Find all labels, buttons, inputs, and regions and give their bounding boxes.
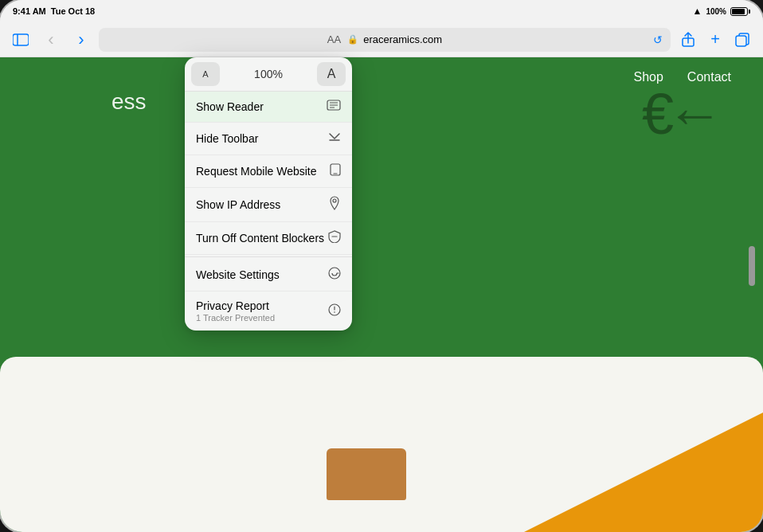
mobile-website-icon bbox=[330, 163, 341, 179]
font-size-row: A 100% A bbox=[185, 57, 352, 92]
share-button[interactable] bbox=[675, 27, 701, 53]
menu-item-show-reader[interactable]: Show Reader bbox=[185, 92, 352, 123]
status-left: 9:41 AM Tue Oct 18 bbox=[13, 6, 95, 16]
menu-item-sublabel-privacy: 1 Tracker Prevented bbox=[196, 313, 275, 323]
menu-item-hide-toolbar[interactable]: Hide Toolbar bbox=[185, 123, 352, 155]
menu-item-request-mobile[interactable]: Request Mobile Website bbox=[185, 155, 352, 188]
battery-pct: 100% bbox=[706, 7, 726, 16]
menu-item-label-website-settings: Website Settings bbox=[196, 268, 280, 281]
website-logo: €← bbox=[642, 81, 715, 147]
privacy-report-icon bbox=[328, 303, 341, 319]
reader-icon bbox=[327, 100, 341, 114]
address-bar[interactable]: AA 🔒 eraceramics.com ↺ bbox=[99, 28, 671, 52]
reload-icon[interactable]: ↺ bbox=[653, 33, 663, 46]
menu-item-privacy-report[interactable]: Privacy Report 1 Tracker Prevented bbox=[185, 291, 352, 331]
menu-item-label-show-ip: Show IP Address bbox=[196, 198, 280, 211]
website-settings-icon bbox=[328, 267, 341, 283]
menu-item-label-privacy: Privacy Report bbox=[196, 299, 275, 312]
menu-item-content-blockers[interactable]: Turn Off Content Blockers bbox=[185, 222, 352, 255]
battery-icon bbox=[730, 7, 750, 16]
url-display: eraceramics.com bbox=[363, 33, 442, 45]
time-display: 9:41 AM bbox=[13, 6, 46, 16]
ipad-frame: 9:41 AM Tue Oct 18 ▲ 100% ‹ bbox=[0, 0, 763, 532]
toolbar: ‹ › AA 🔒 eraceramics.com ↺ + bbox=[0, 22, 763, 57]
sidebar-toggle-button[interactable] bbox=[8, 27, 33, 53]
aa-label[interactable]: AA bbox=[327, 33, 341, 45]
menu-item-label-show-reader: Show Reader bbox=[196, 100, 264, 113]
content-blockers-icon bbox=[328, 230, 341, 246]
svg-point-16 bbox=[334, 311, 335, 313]
date-display: Tue Oct 18 bbox=[51, 6, 95, 16]
lock-icon: 🔒 bbox=[347, 34, 358, 45]
menu-item-label-hide-toolbar: Hide Toolbar bbox=[196, 132, 258, 145]
menu-item-privacy-report-content: Privacy Report 1 Tracker Prevented bbox=[196, 299, 275, 323]
hide-toolbar-icon bbox=[328, 131, 341, 147]
menu-item-label-content-blockers: Turn Off Content Blockers bbox=[196, 232, 324, 244]
font-decrease-button[interactable]: A bbox=[191, 62, 220, 86]
svg-point-11 bbox=[333, 199, 336, 202]
tabs-button[interactable] bbox=[730, 27, 755, 53]
orange-wedge bbox=[524, 413, 763, 532]
toolbar-right-buttons: + bbox=[675, 27, 755, 53]
font-increase-label: A bbox=[327, 67, 336, 81]
svg-rect-0 bbox=[13, 34, 29, 45]
menu-item-show-ip[interactable]: Show IP Address bbox=[185, 188, 352, 222]
font-increase-button[interactable]: A bbox=[317, 62, 346, 86]
add-icon: + bbox=[710, 30, 720, 49]
dropdown-popup: A 100% A Show Reader Hide Toolbar bbox=[185, 57, 352, 331]
website-bottom-area bbox=[0, 357, 763, 532]
website-hero-text: ess bbox=[112, 89, 147, 115]
menu-item-label-request-mobile: Request Mobile Website bbox=[196, 165, 316, 178]
font-decrease-label: A bbox=[202, 69, 208, 79]
product-image bbox=[327, 448, 406, 500]
forward-icon: › bbox=[78, 31, 84, 49]
font-size-percent: 100% bbox=[223, 68, 314, 80]
ip-address-icon bbox=[328, 196, 341, 213]
back-icon: ‹ bbox=[48, 31, 53, 49]
back-button[interactable]: ‹ bbox=[38, 27, 64, 53]
wifi-icon: ▲ bbox=[693, 6, 702, 17]
status-bar: 9:41 AM Tue Oct 18 ▲ 100% bbox=[0, 0, 763, 22]
website-content: Shop Contact ess €← bbox=[0, 57, 763, 532]
menu-item-website-settings[interactable]: Website Settings bbox=[185, 259, 352, 291]
svg-rect-3 bbox=[736, 36, 746, 46]
menu-divider bbox=[185, 256, 352, 257]
forward-button[interactable]: › bbox=[68, 27, 94, 53]
add-tab-button[interactable]: + bbox=[702, 27, 728, 53]
status-right: ▲ 100% bbox=[693, 6, 750, 17]
home-indicator bbox=[749, 246, 755, 286]
